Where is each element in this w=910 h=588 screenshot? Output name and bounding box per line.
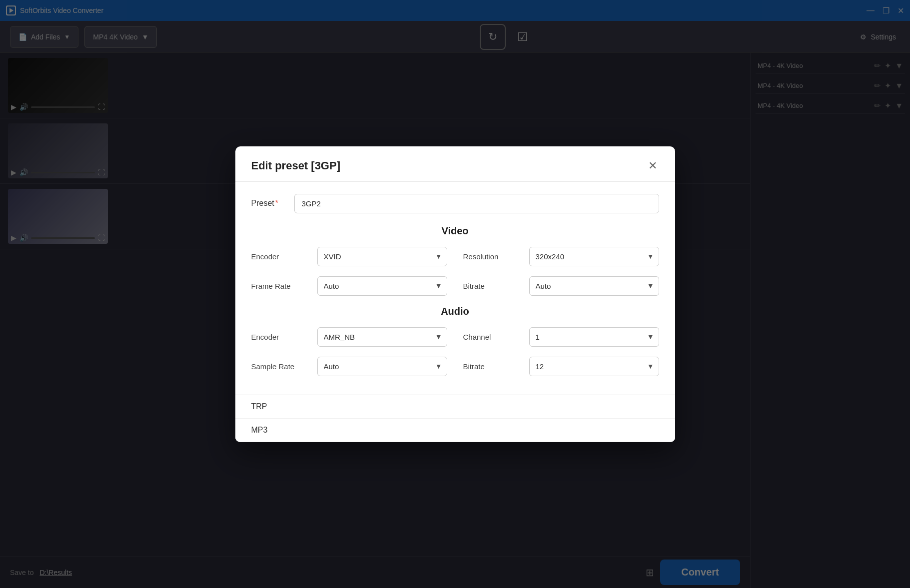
video-framerate-select[interactable]: Auto — [317, 276, 447, 296]
video-framerate-field: Frame Rate Auto ▼ — [251, 276, 447, 296]
preset-row: Preset* — [251, 194, 659, 213]
audio-encoder-select-wrapper: AMR_NB ▼ — [317, 327, 447, 347]
video-framerate-label: Frame Rate — [251, 282, 311, 290]
video-encoder-select-wrapper: XVID ▼ — [317, 247, 447, 266]
modal-body: Preset* Video Encoder XVID ▼ — [235, 182, 675, 398]
video-bitrate-select[interactable]: Auto — [529, 276, 659, 296]
audio-samplerate-label: Sample Rate — [251, 362, 311, 371]
audio-form-grid: Encoder AMR_NB ▼ Channel 1 — [251, 327, 659, 376]
modal-close-button[interactable]: ✕ — [646, 158, 659, 173]
preset-input[interactable] — [294, 194, 659, 213]
audio-samplerate-select-wrapper: Auto ▼ — [317, 357, 447, 376]
audio-encoder-label: Encoder — [251, 333, 311, 341]
video-encoder-label: Encoder — [251, 252, 311, 261]
modal-overlay: Edit preset [3GP] ✕ Preset* Video Encode… — [0, 0, 910, 588]
audio-samplerate-select[interactable]: Auto — [317, 357, 447, 376]
video-encoder-field: Encoder XVID ▼ — [251, 247, 447, 266]
dropdown-item-mp3[interactable]: MP3 — [235, 419, 675, 442]
format-dropdown-list: TRP MP3 — [235, 395, 675, 442]
video-form-grid: Encoder XVID ▼ Resolution 320x240 — [251, 247, 659, 296]
audio-bitrate-select[interactable]: 12 — [529, 357, 659, 376]
audio-channel-select[interactable]: 1 — [529, 327, 659, 347]
video-resolution-select-wrapper: 320x240 ▼ — [529, 247, 659, 266]
edit-preset-modal: Edit preset [3GP] ✕ Preset* Video Encode… — [235, 146, 675, 442]
audio-bitrate-field: Bitrate 12 ▼ — [463, 357, 659, 376]
video-bitrate-field: Bitrate Auto ▼ — [463, 276, 659, 296]
audio-section-title: Audio — [251, 306, 659, 317]
required-indicator: * — [275, 199, 278, 207]
video-section-title: Video — [251, 225, 659, 237]
video-framerate-select-wrapper: Auto ▼ — [317, 276, 447, 296]
dropdown-item-trp[interactable]: TRP — [235, 395, 675, 419]
audio-channel-label: Channel — [463, 333, 523, 341]
audio-encoder-field: Encoder AMR_NB ▼ — [251, 327, 447, 347]
audio-encoder-select[interactable]: AMR_NB — [317, 327, 447, 347]
video-resolution-select[interactable]: 320x240 — [529, 247, 659, 266]
audio-channel-select-wrapper: 1 ▼ — [529, 327, 659, 347]
preset-field-label: Preset* — [251, 199, 286, 208]
video-encoder-select[interactable]: XVID — [317, 247, 447, 266]
modal-header: Edit preset [3GP] ✕ — [235, 146, 675, 182]
video-resolution-field: Resolution 320x240 ▼ — [463, 247, 659, 266]
audio-bitrate-select-wrapper: 12 ▼ — [529, 357, 659, 376]
video-bitrate-select-wrapper: Auto ▼ — [529, 276, 659, 296]
audio-samplerate-field: Sample Rate Auto ▼ — [251, 357, 447, 376]
video-bitrate-label: Bitrate — [463, 282, 523, 290]
modal-title: Edit preset [3GP] — [251, 159, 340, 172]
video-resolution-label: Resolution — [463, 252, 523, 261]
audio-bitrate-label: Bitrate — [463, 362, 523, 371]
audio-channel-field: Channel 1 ▼ — [463, 327, 659, 347]
